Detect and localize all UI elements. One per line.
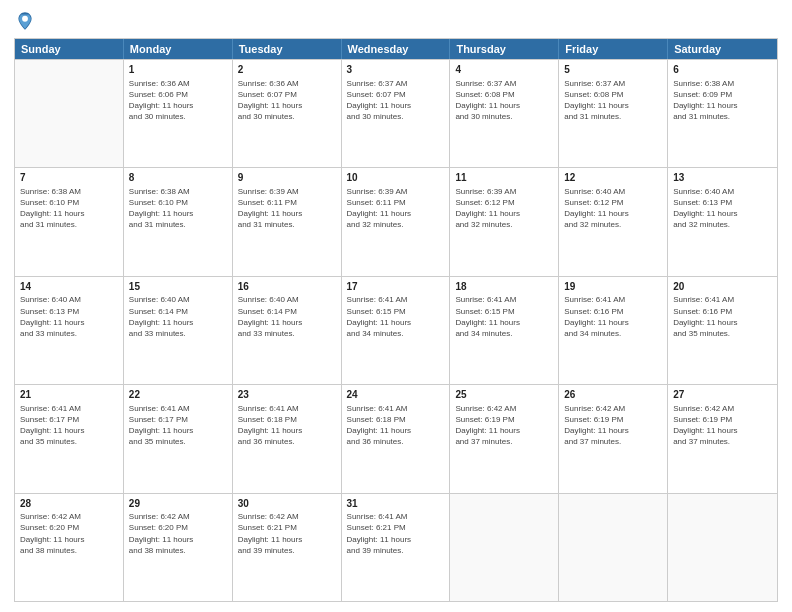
day-number: 21 bbox=[20, 388, 118, 402]
header bbox=[14, 10, 778, 32]
logo bbox=[14, 10, 40, 32]
day-cell-18: 18Sunrise: 6:41 AM Sunset: 6:15 PM Dayli… bbox=[450, 277, 559, 384]
day-number: 24 bbox=[347, 388, 445, 402]
day-info: Sunrise: 6:41 AM Sunset: 6:18 PM Dayligh… bbox=[238, 403, 336, 448]
day-info: Sunrise: 6:40 AM Sunset: 6:14 PM Dayligh… bbox=[129, 294, 227, 339]
day-info: Sunrise: 6:41 AM Sunset: 6:18 PM Dayligh… bbox=[347, 403, 445, 448]
calendar-row-0: 1Sunrise: 6:36 AM Sunset: 6:06 PM Daylig… bbox=[15, 59, 777, 167]
day-number: 3 bbox=[347, 63, 445, 77]
day-cell-24: 24Sunrise: 6:41 AM Sunset: 6:18 PM Dayli… bbox=[342, 385, 451, 492]
day-cell-14: 14Sunrise: 6:40 AM Sunset: 6:13 PM Dayli… bbox=[15, 277, 124, 384]
day-number: 20 bbox=[673, 280, 772, 294]
day-number: 14 bbox=[20, 280, 118, 294]
day-number: 26 bbox=[564, 388, 662, 402]
calendar-row-2: 14Sunrise: 6:40 AM Sunset: 6:13 PM Dayli… bbox=[15, 276, 777, 384]
day-cell-1: 1Sunrise: 6:36 AM Sunset: 6:06 PM Daylig… bbox=[124, 60, 233, 167]
day-info: Sunrise: 6:39 AM Sunset: 6:11 PM Dayligh… bbox=[238, 186, 336, 231]
day-info: Sunrise: 6:42 AM Sunset: 6:19 PM Dayligh… bbox=[564, 403, 662, 448]
day-cell-7: 7Sunrise: 6:38 AM Sunset: 6:10 PM Daylig… bbox=[15, 168, 124, 275]
day-cell-13: 13Sunrise: 6:40 AM Sunset: 6:13 PM Dayli… bbox=[668, 168, 777, 275]
day-number: 17 bbox=[347, 280, 445, 294]
day-info: Sunrise: 6:36 AM Sunset: 6:07 PM Dayligh… bbox=[238, 78, 336, 123]
day-info: Sunrise: 6:37 AM Sunset: 6:08 PM Dayligh… bbox=[455, 78, 553, 123]
page: SundayMondayTuesdayWednesdayThursdayFrid… bbox=[0, 0, 792, 612]
header-day-saturday: Saturday bbox=[668, 39, 777, 59]
day-cell-15: 15Sunrise: 6:40 AM Sunset: 6:14 PM Dayli… bbox=[124, 277, 233, 384]
day-number: 8 bbox=[129, 171, 227, 185]
day-info: Sunrise: 6:40 AM Sunset: 6:13 PM Dayligh… bbox=[673, 186, 772, 231]
day-cell-3: 3Sunrise: 6:37 AM Sunset: 6:07 PM Daylig… bbox=[342, 60, 451, 167]
header-day-thursday: Thursday bbox=[450, 39, 559, 59]
calendar: SundayMondayTuesdayWednesdayThursdayFrid… bbox=[14, 38, 778, 602]
header-day-sunday: Sunday bbox=[15, 39, 124, 59]
empty-cell-0-0 bbox=[15, 60, 124, 167]
day-number: 22 bbox=[129, 388, 227, 402]
day-number: 10 bbox=[347, 171, 445, 185]
day-cell-19: 19Sunrise: 6:41 AM Sunset: 6:16 PM Dayli… bbox=[559, 277, 668, 384]
day-info: Sunrise: 6:41 AM Sunset: 6:16 PM Dayligh… bbox=[564, 294, 662, 339]
day-number: 5 bbox=[564, 63, 662, 77]
day-cell-16: 16Sunrise: 6:40 AM Sunset: 6:14 PM Dayli… bbox=[233, 277, 342, 384]
day-number: 23 bbox=[238, 388, 336, 402]
day-info: Sunrise: 6:41 AM Sunset: 6:16 PM Dayligh… bbox=[673, 294, 772, 339]
day-number: 19 bbox=[564, 280, 662, 294]
day-info: Sunrise: 6:38 AM Sunset: 6:10 PM Dayligh… bbox=[129, 186, 227, 231]
day-cell-9: 9Sunrise: 6:39 AM Sunset: 6:11 PM Daylig… bbox=[233, 168, 342, 275]
day-info: Sunrise: 6:40 AM Sunset: 6:14 PM Dayligh… bbox=[238, 294, 336, 339]
day-info: Sunrise: 6:40 AM Sunset: 6:13 PM Dayligh… bbox=[20, 294, 118, 339]
day-info: Sunrise: 6:42 AM Sunset: 6:21 PM Dayligh… bbox=[238, 511, 336, 556]
day-cell-30: 30Sunrise: 6:42 AM Sunset: 6:21 PM Dayli… bbox=[233, 494, 342, 601]
day-info: Sunrise: 6:38 AM Sunset: 6:10 PM Dayligh… bbox=[20, 186, 118, 231]
day-info: Sunrise: 6:41 AM Sunset: 6:21 PM Dayligh… bbox=[347, 511, 445, 556]
day-number: 12 bbox=[564, 171, 662, 185]
day-number: 29 bbox=[129, 497, 227, 511]
header-day-friday: Friday bbox=[559, 39, 668, 59]
day-info: Sunrise: 6:39 AM Sunset: 6:11 PM Dayligh… bbox=[347, 186, 445, 231]
calendar-body: 1Sunrise: 6:36 AM Sunset: 6:06 PM Daylig… bbox=[15, 59, 777, 601]
calendar-row-4: 28Sunrise: 6:42 AM Sunset: 6:20 PM Dayli… bbox=[15, 493, 777, 601]
day-info: Sunrise: 6:41 AM Sunset: 6:15 PM Dayligh… bbox=[455, 294, 553, 339]
day-number: 27 bbox=[673, 388, 772, 402]
calendar-row-3: 21Sunrise: 6:41 AM Sunset: 6:17 PM Dayli… bbox=[15, 384, 777, 492]
day-number: 30 bbox=[238, 497, 336, 511]
day-number: 15 bbox=[129, 280, 227, 294]
day-cell-20: 20Sunrise: 6:41 AM Sunset: 6:16 PM Dayli… bbox=[668, 277, 777, 384]
empty-cell-4-6 bbox=[668, 494, 777, 601]
day-cell-28: 28Sunrise: 6:42 AM Sunset: 6:20 PM Dayli… bbox=[15, 494, 124, 601]
day-cell-25: 25Sunrise: 6:42 AM Sunset: 6:19 PM Dayli… bbox=[450, 385, 559, 492]
header-day-monday: Monday bbox=[124, 39, 233, 59]
calendar-header: SundayMondayTuesdayWednesdayThursdayFrid… bbox=[15, 39, 777, 59]
day-cell-31: 31Sunrise: 6:41 AM Sunset: 6:21 PM Dayli… bbox=[342, 494, 451, 601]
day-number: 11 bbox=[455, 171, 553, 185]
day-info: Sunrise: 6:42 AM Sunset: 6:20 PM Dayligh… bbox=[20, 511, 118, 556]
day-number: 2 bbox=[238, 63, 336, 77]
day-cell-26: 26Sunrise: 6:42 AM Sunset: 6:19 PM Dayli… bbox=[559, 385, 668, 492]
empty-cell-4-5 bbox=[559, 494, 668, 601]
day-cell-21: 21Sunrise: 6:41 AM Sunset: 6:17 PM Dayli… bbox=[15, 385, 124, 492]
day-cell-8: 8Sunrise: 6:38 AM Sunset: 6:10 PM Daylig… bbox=[124, 168, 233, 275]
day-cell-11: 11Sunrise: 6:39 AM Sunset: 6:12 PM Dayli… bbox=[450, 168, 559, 275]
day-info: Sunrise: 6:40 AM Sunset: 6:12 PM Dayligh… bbox=[564, 186, 662, 231]
day-info: Sunrise: 6:37 AM Sunset: 6:08 PM Dayligh… bbox=[564, 78, 662, 123]
empty-cell-4-4 bbox=[450, 494, 559, 601]
day-info: Sunrise: 6:36 AM Sunset: 6:06 PM Dayligh… bbox=[129, 78, 227, 123]
day-info: Sunrise: 6:42 AM Sunset: 6:20 PM Dayligh… bbox=[129, 511, 227, 556]
day-info: Sunrise: 6:41 AM Sunset: 6:17 PM Dayligh… bbox=[20, 403, 118, 448]
day-cell-23: 23Sunrise: 6:41 AM Sunset: 6:18 PM Dayli… bbox=[233, 385, 342, 492]
header-day-wednesday: Wednesday bbox=[342, 39, 451, 59]
day-number: 9 bbox=[238, 171, 336, 185]
header-day-tuesday: Tuesday bbox=[233, 39, 342, 59]
day-info: Sunrise: 6:37 AM Sunset: 6:07 PM Dayligh… bbox=[347, 78, 445, 123]
day-info: Sunrise: 6:41 AM Sunset: 6:17 PM Dayligh… bbox=[129, 403, 227, 448]
day-cell-17: 17Sunrise: 6:41 AM Sunset: 6:15 PM Dayli… bbox=[342, 277, 451, 384]
day-number: 13 bbox=[673, 171, 772, 185]
day-cell-2: 2Sunrise: 6:36 AM Sunset: 6:07 PM Daylig… bbox=[233, 60, 342, 167]
day-info: Sunrise: 6:41 AM Sunset: 6:15 PM Dayligh… bbox=[347, 294, 445, 339]
day-info: Sunrise: 6:38 AM Sunset: 6:09 PM Dayligh… bbox=[673, 78, 772, 123]
day-info: Sunrise: 6:42 AM Sunset: 6:19 PM Dayligh… bbox=[455, 403, 553, 448]
day-cell-5: 5Sunrise: 6:37 AM Sunset: 6:08 PM Daylig… bbox=[559, 60, 668, 167]
day-cell-29: 29Sunrise: 6:42 AM Sunset: 6:20 PM Dayli… bbox=[124, 494, 233, 601]
day-number: 18 bbox=[455, 280, 553, 294]
day-number: 25 bbox=[455, 388, 553, 402]
day-cell-22: 22Sunrise: 6:41 AM Sunset: 6:17 PM Dayli… bbox=[124, 385, 233, 492]
